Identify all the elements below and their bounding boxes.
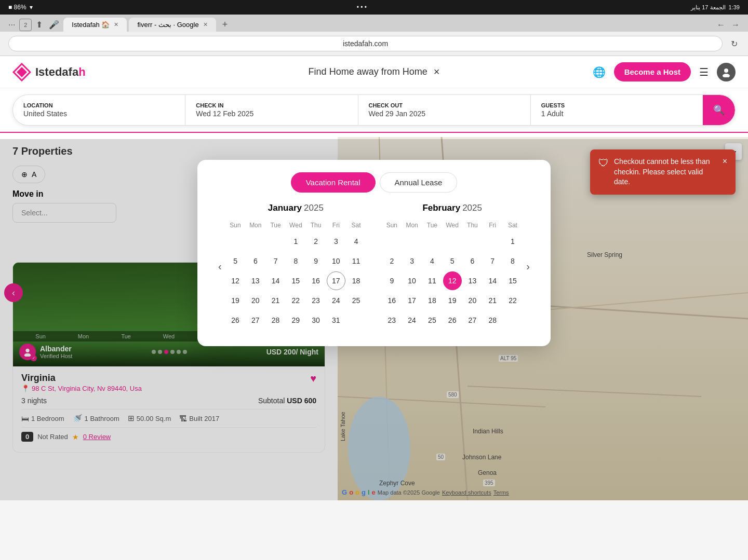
jan-day-26[interactable]: 26 — [226, 311, 245, 330]
reload-btn[interactable]: ↻ — [729, 37, 740, 51]
header-close-btn[interactable]: × — [434, 66, 440, 78]
mic-btn[interactable]: 🎤 — [47, 18, 61, 32]
checkout-field[interactable]: Check Out Wed 29 Jan 2025 — [358, 95, 531, 125]
annual-lease-tab[interactable]: Annual Lease — [380, 172, 458, 193]
feb-day-28[interactable]: 28 — [483, 311, 502, 330]
feb-day-11[interactable]: 11 — [423, 271, 442, 290]
logo-text: Istedafah — [35, 65, 86, 79]
browser-chrome: ··· 2 ⬆ 🎤 Istedafah 🏠 ✕ fiverr - بحث · G… — [0, 15, 748, 56]
share-btn[interactable]: ⬆ — [34, 18, 45, 32]
jan-day-25[interactable]: 25 — [347, 291, 366, 310]
feb-day-21[interactable]: 21 — [483, 291, 502, 310]
feb-day-1[interactable]: 1 — [503, 232, 522, 251]
feb-empty-end — [503, 311, 522, 330]
calendar-nav: ‹ January2025 Sun Mon Tue Wed — [214, 203, 534, 330]
tab-add-btn[interactable]: + — [218, 19, 232, 30]
feb-day-22[interactable]: 22 — [503, 291, 522, 310]
feb-day-16[interactable]: 16 — [382, 291, 401, 310]
jan-day-12[interactable]: 12 — [226, 271, 245, 290]
feb-day-25[interactable]: 25 — [423, 311, 442, 330]
jan-day-3[interactable]: 3 — [327, 232, 345, 251]
jan-day-10[interactable]: 10 — [327, 252, 345, 270]
jan-day-29[interactable]: 29 — [286, 311, 305, 330]
jan-day-20[interactable]: 20 — [246, 291, 265, 310]
feb-day-6[interactable]: 6 — [463, 252, 482, 270]
feb-day-23[interactable]: 23 — [382, 311, 401, 330]
jan-day-18[interactable]: 18 — [347, 271, 366, 290]
jan-day-14[interactable]: 14 — [266, 271, 285, 290]
feb-day-5[interactable]: 5 — [443, 252, 462, 270]
feb-sun: Sun — [382, 220, 402, 231]
feb-day-3[interactable]: 3 — [403, 252, 421, 270]
feb-day-13[interactable]: 13 — [463, 271, 482, 290]
jan-day-21[interactable]: 21 — [266, 291, 285, 310]
hamburger-btn[interactable]: ☰ — [699, 66, 709, 78]
tab-close-fiverr[interactable]: ✕ — [203, 21, 208, 28]
checkin-label: Check In — [196, 102, 347, 108]
feb-day-26[interactable]: 26 — [443, 311, 462, 330]
jan-day-19[interactable]: 19 — [226, 291, 245, 310]
feb-day-8[interactable]: 8 — [503, 252, 522, 270]
feb-day-7[interactable]: 7 — [483, 252, 502, 270]
guests-field[interactable]: Guests 1 Adult — [531, 95, 703, 125]
jan-day-11[interactable]: 11 — [347, 252, 366, 270]
feb-day-27[interactable]: 27 — [463, 311, 482, 330]
feb-empty-6 — [483, 232, 502, 251]
jan-day-15[interactable]: 15 — [286, 271, 305, 290]
feb-day-10[interactable]: 10 — [403, 271, 421, 290]
nav-forward[interactable]: → — [729, 18, 742, 32]
toast-close-btn[interactable]: × — [723, 157, 727, 166]
error-message: Checkout cannot be less than checkin. Pl… — [614, 157, 717, 187]
feb-day-12[interactable]: 12 — [443, 271, 462, 290]
checkin-field[interactable]: Check In Wed 12 Feb 2025 — [185, 95, 358, 125]
user-avatar[interactable] — [717, 63, 736, 81]
next-month-btn[interactable]: › — [522, 258, 534, 275]
jan-day-23[interactable]: 23 — [306, 291, 325, 310]
feb-day-15[interactable]: 15 — [503, 271, 522, 290]
feb-day-17[interactable]: 17 — [403, 291, 421, 310]
jan-day-6[interactable]: 6 — [246, 252, 265, 270]
tab-close-istedafah[interactable]: ✕ — [114, 21, 118, 28]
jan-day-27[interactable]: 27 — [246, 311, 265, 330]
feb-day-19[interactable]: 19 — [443, 291, 462, 310]
vacation-rental-tab[interactable]: Vacation Rental — [291, 172, 376, 193]
jan-day-31[interactable]: 31 — [327, 311, 345, 330]
feb-day-9[interactable]: 9 — [382, 271, 401, 290]
feb-thu: Thu — [463, 220, 482, 231]
feb-day-18[interactable]: 18 — [423, 291, 442, 310]
feb-day-4[interactable]: 4 — [423, 252, 442, 270]
jan-day-13[interactable]: 13 — [246, 271, 265, 290]
jan-day-5[interactable]: 5 — [226, 252, 245, 270]
jan-day-7[interactable]: 7 — [266, 252, 285, 270]
jan-day-22[interactable]: 22 — [286, 291, 305, 310]
prev-month-btn[interactable]: ‹ — [214, 258, 226, 275]
tab-istedafah[interactable]: Istedafah 🏠 ✕ — [63, 18, 127, 32]
dots-menu[interactable]: ··· — [6, 18, 17, 32]
jan-day-24[interactable]: 24 — [327, 291, 345, 310]
feb-day-24[interactable]: 24 — [403, 311, 421, 330]
jan-day-2[interactable]: 2 — [306, 232, 325, 251]
location-field[interactable]: Location United States — [13, 95, 185, 125]
jan-day-30[interactable]: 30 — [306, 311, 325, 330]
tab-fiverr[interactable]: fiverr - بحث · Google ✕ — [129, 18, 216, 32]
search-button[interactable]: 🔍 — [703, 95, 735, 125]
jan-day-8[interactable]: 8 — [286, 252, 305, 270]
feb-day-14[interactable]: 14 — [483, 271, 502, 290]
jan-day-9[interactable]: 9 — [306, 252, 325, 270]
feb-empty-4 — [443, 232, 462, 251]
nav-back[interactable]: ← — [715, 18, 727, 32]
jan-day-4[interactable]: 4 — [347, 232, 366, 251]
jan-day-1[interactable]: 1 — [286, 232, 305, 251]
jan-day-28[interactable]: 28 — [266, 311, 285, 330]
calendars: January2025 Sun Mon Tue Wed Thu Fri Sat — [226, 203, 523, 330]
jan-day-17[interactable]: 17 — [327, 271, 345, 290]
feb-day-2[interactable]: 2 — [382, 252, 401, 270]
feb-empty-5 — [463, 232, 482, 251]
status-date: الجمعة 17 يناير — [691, 4, 725, 11]
become-host-btn[interactable]: Become a Host — [614, 62, 691, 81]
address-bar[interactable]: istedafah.com — [8, 36, 723, 51]
language-btn[interactable]: 🌐 — [593, 66, 606, 78]
feb-day-20[interactable]: 20 — [463, 291, 482, 310]
tab-count[interactable]: 2 — [19, 19, 32, 31]
jan-day-16[interactable]: 16 — [306, 271, 325, 290]
